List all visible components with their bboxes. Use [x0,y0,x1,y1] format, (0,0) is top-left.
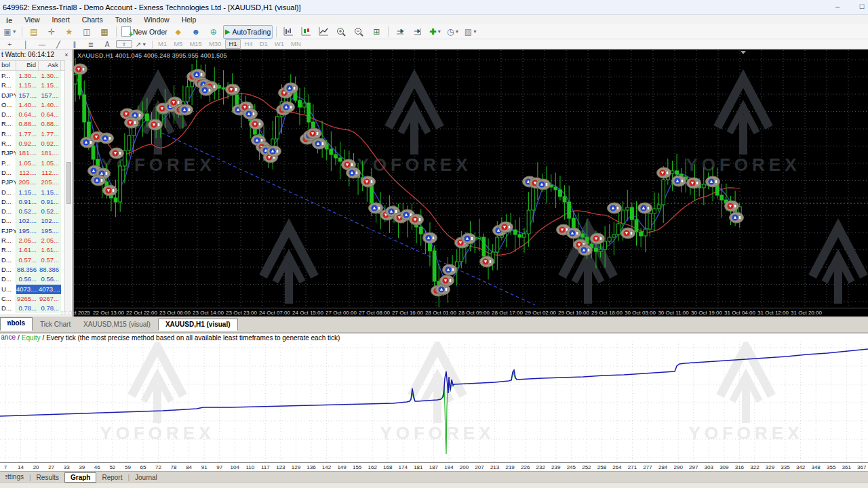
trade-marker[interactable] [361,176,376,187]
trade-marker[interactable] [621,228,635,239]
tester-tab-graph[interactable]: Graph [64,472,96,483]
market-watch-row[interactable]: D...0.52...0.52... [0,207,72,216]
tester-tab-settings[interactable]: Settings [0,472,29,483]
zoom-in-button[interactable] [333,26,349,38]
bar-chart-mode-button[interactable] [280,26,296,38]
trade-marker[interactable] [657,167,671,178]
minimize-button[interactable]: – [831,2,844,10]
market-watch-row[interactable]: R...1.61...1.61... [0,245,72,255]
market-watch-row[interactable]: D...0.91...0.91... [0,197,72,207]
trade-marker[interactable] [179,104,193,115]
market-watch-row[interactable]: D...0.64...0.64... [0,110,72,119]
market-watch-row[interactable]: DJPY157....157.... [0,91,72,100]
price-chart[interactable]: YOFOREXYOFOREXYOFOREXYOFOREXYOFOREXYOFOR… [74,50,868,308]
market-watch-row[interactable]: R...1.15...1.15... [0,81,72,90]
trade-marker[interactable] [687,178,701,188]
market-watch-row[interactable]: D...102....102.... [0,216,72,226]
menu-item-insert[interactable]: Insert [46,15,76,24]
timeframe-h4[interactable]: H4 [242,40,256,48]
timeframe-m1[interactable]: M1 [155,40,170,48]
chart-shift-button[interactable] [410,26,426,38]
channel-button[interactable]: ∥ [67,40,82,49]
market-watch-row[interactable]: R...2.05...2.05... [0,236,72,245]
timeframe-m30[interactable]: M30 [206,40,224,48]
autotrading-button[interactable]: ▶ AutoTrading [223,25,273,39]
horizontal-line-button[interactable]: — [35,40,50,49]
trade-marker[interactable] [110,148,124,159]
market-watch-row[interactable]: R...1.77...1.77... [0,129,72,139]
market-watch-row[interactable]: D...0.57...0.57... [0,256,72,265]
timeframe-h1[interactable]: H1 [225,39,240,49]
trade-marker[interactable] [199,85,214,96]
trade-marker[interactable] [243,108,258,119]
trade-marker[interactable] [462,233,476,244]
menu-item-charts[interactable]: Charts [76,15,109,24]
tab-tick-chart[interactable]: Tick Chart [33,319,78,331]
templates-button[interactable]: ▧▼ [462,26,479,38]
vertical-line-button[interactable]: │ [18,40,33,49]
trade-marker[interactable] [578,245,593,256]
trade-marker[interactable] [480,256,494,267]
new-order-button[interactable]: + New Order [120,26,169,38]
trade-marker[interactable] [347,167,361,178]
trade-marker[interactable] [423,232,437,243]
trade-marker[interactable] [149,119,163,130]
trendline-button[interactable]: ╱ [51,40,66,49]
navigator-button[interactable]: ★ [61,26,77,38]
timeframe-mn[interactable]: MN [288,40,304,48]
market-watch-button[interactable]: ▤ [26,26,42,38]
trendline[interactable] [161,133,535,305]
periods-clock-button[interactable]: ◷▼ [445,26,461,38]
market-watch-row[interactable]: RJPY181....181.... [0,148,72,158]
menu-item-tools[interactable]: Tools [109,15,138,24]
menu-item-view[interactable]: View [18,15,46,24]
text-button[interactable]: A [100,40,115,49]
web-globe-icon[interactable]: ⊕ [205,26,222,38]
chart-window[interactable]: YOFOREXYOFOREXYOFOREXYOFOREXYOFOREXYOFOR… [73,49,868,317]
trade-marker[interactable] [369,203,383,214]
fibonacci-button[interactable]: ≣ [83,40,98,49]
timeframe-d1[interactable]: D1 [257,40,271,48]
market-watch-row[interactable]: P...1.05...1.05... [0,159,72,168]
chart-profile-button[interactable]: ▣▼ [2,26,18,38]
market-watch-scrollbar[interactable] [64,60,71,312]
trade-marker[interactable] [443,264,457,275]
styles-bucket-icon[interactable]: ⬥ [170,26,186,38]
zoom-out-button[interactable] [351,26,367,38]
trade-marker[interactable] [440,275,454,286]
tester-tab-journal[interactable]: Journal [130,473,163,482]
trade-marker[interactable] [267,146,281,157]
menu-item-window[interactable]: Window [138,15,175,24]
market-watch-row[interactable]: D...1.15...1.15... [0,188,72,197]
trade-marker[interactable] [567,228,581,239]
market-watch-row[interactable]: C...9265...9267... [0,294,72,304]
market-watch-row[interactable]: D...0.56...0.56... [0,274,72,284]
indicators-button[interactable]: ✚▼ [427,26,443,38]
trade-marker[interactable] [103,185,117,196]
tester-tab-report[interactable]: Report [96,473,127,482]
trade-marker[interactable] [284,83,298,94]
market-watch-row[interactable]: P...1.30...1.30... [0,71,72,81]
arrows-button[interactable]: ↗▼ [134,40,149,49]
market-watch-row[interactable]: R...0.88...0.88... [0,119,72,129]
chart-tab[interactable]: XAUUSD,M15 (visual) [76,319,158,331]
menu-item-file[interactable]: File [0,15,18,24]
scrollbar-thumb[interactable] [66,162,71,204]
trade-marker[interactable] [730,212,744,223]
strategy-tester-button[interactable]: ▦ [96,26,113,38]
trade-marker[interactable] [307,128,321,139]
tab-symbols[interactable]: Symbols [0,317,33,331]
menu-item-help[interactable]: Help [176,15,203,24]
timeframe-w1[interactable]: W1 [272,40,287,48]
market-watch-row[interactable]: U...4073....4073.... [0,285,72,294]
tester-graph[interactable]: YOFOREXYOFOREXYOFOREX [0,342,868,462]
trade-marker[interactable] [536,179,551,190]
market-watch-row[interactable]: O...1.40...1.40... [0,100,72,110]
market-watch-row[interactable]: R...0.92...0.92... [0,139,72,148]
timeframe-m5[interactable]: M5 [171,40,185,48]
close-icon[interactable]: × [62,52,71,58]
trade-marker[interactable] [410,214,424,225]
line-chart-mode-button[interactable] [315,26,332,38]
trade-marker[interactable] [608,203,622,214]
data-window-button[interactable]: ✛ [43,26,60,38]
